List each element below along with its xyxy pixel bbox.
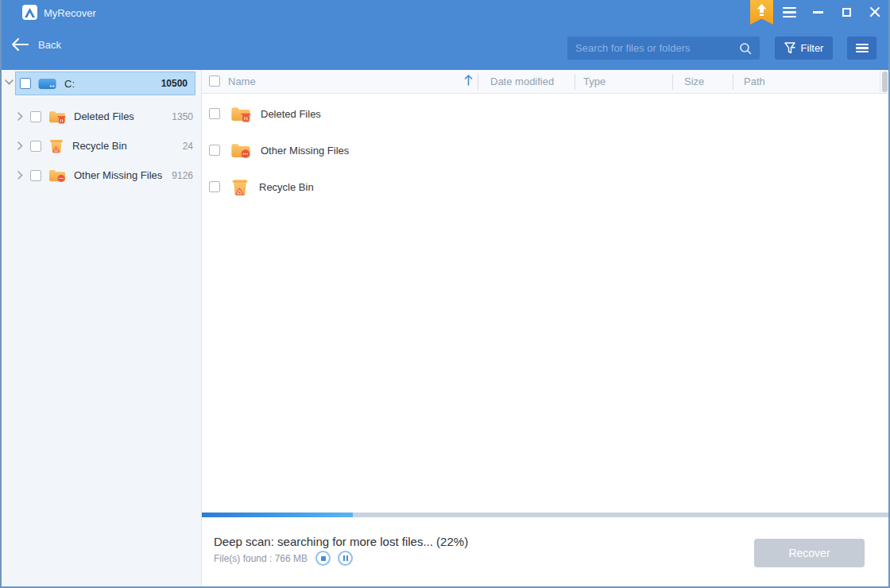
stop-scan-button[interactable] xyxy=(315,551,331,566)
chevron-right-icon[interactable] xyxy=(17,141,27,150)
scan-status-text: Deep scan: searching for more lost files… xyxy=(214,535,468,548)
maximize-icon xyxy=(842,8,851,17)
column-header-size[interactable]: Size xyxy=(684,75,704,87)
folder-deleted-icon xyxy=(230,106,251,122)
scrollbar-track xyxy=(880,70,880,94)
tree-item-deleted-files[interactable]: Deleted Files 1350 xyxy=(2,102,201,131)
upgrade-ribbon-button[interactable] xyxy=(750,0,773,25)
column-header-path[interactable]: Path xyxy=(744,75,765,87)
drive-icon xyxy=(38,77,56,91)
scrollbar-thumb[interactable] xyxy=(882,72,888,92)
search-input[interactable] xyxy=(575,42,739,54)
app-logo-icon xyxy=(22,5,37,20)
checkbox[interactable] xyxy=(209,181,220,192)
filter-label: Filter xyxy=(801,42,824,54)
hamburger-icon xyxy=(783,7,796,17)
tree-item-count: 9126 xyxy=(172,170,193,181)
minimize-icon xyxy=(813,11,823,13)
chevron-right-icon[interactable] xyxy=(17,112,27,121)
titlebar: MyRecover xyxy=(0,0,890,25)
column-separator xyxy=(575,74,575,90)
folder-missing-icon xyxy=(48,168,66,183)
back-button[interactable]: Back xyxy=(11,38,61,51)
upgrade-arrow-icon xyxy=(756,3,768,17)
tree-item-label: Recycle Bin xyxy=(72,140,127,152)
column-header-type[interactable]: Type xyxy=(583,75,606,87)
titlebar-menu-button[interactable] xyxy=(777,0,801,25)
checkbox[interactable] xyxy=(30,141,41,152)
table-row-recycle-bin[interactable]: Recycle Bin xyxy=(202,168,888,205)
file-name: Recycle Bin xyxy=(259,181,314,193)
minimize-button[interactable] xyxy=(806,0,830,25)
file-name: Deleted Files xyxy=(261,108,321,120)
table-row-deleted-files[interactable]: Deleted Files xyxy=(202,95,888,132)
table-header: Name Date modified Type Size Path xyxy=(202,70,888,94)
file-name: Other Missing Files xyxy=(261,145,349,157)
file-table: Name Date modified Type Size Path xyxy=(202,70,888,586)
app-window: MyRecover xyxy=(0,0,890,588)
checkbox[interactable] xyxy=(30,111,41,122)
filter-button[interactable]: Filter xyxy=(775,37,833,60)
column-separator xyxy=(478,74,478,90)
tree-item-recycle-bin[interactable]: Recycle Bin 24 xyxy=(2,131,201,161)
sidebar-tree: C: 10500 Deleted Files 1350 xyxy=(2,70,202,586)
tree-item-count: 10500 xyxy=(161,78,188,89)
search-icon xyxy=(739,42,752,55)
checkbox[interactable] xyxy=(30,170,41,181)
scan-progress-bar xyxy=(202,513,888,517)
tree-item-label: Other Missing Files xyxy=(74,169,162,181)
sort-ascending-icon[interactable] xyxy=(464,75,473,86)
close-icon xyxy=(869,7,880,18)
checkbox[interactable] xyxy=(209,108,220,119)
checkbox[interactable] xyxy=(209,145,220,156)
tree-item-c-drive[interactable]: C: 10500 xyxy=(15,72,195,95)
search-box[interactable] xyxy=(567,37,760,60)
tree-item-label: C: xyxy=(64,78,75,90)
chevron-down-icon[interactable] xyxy=(5,79,14,85)
recycle-bin-icon xyxy=(48,138,64,153)
toolbar-menu-button[interactable] xyxy=(847,37,876,60)
tree-item-count: 24 xyxy=(183,141,193,152)
pause-scan-button[interactable] xyxy=(338,551,353,566)
recycle-bin-icon xyxy=(230,178,250,196)
tree-item-other-missing-files[interactable]: Other Missing Files 9126 xyxy=(2,161,201,190)
filter-funnel-icon xyxy=(784,42,795,54)
tree-item-count: 1350 xyxy=(172,111,193,122)
back-label: Back xyxy=(38,39,61,51)
header: MyRecover xyxy=(0,0,890,70)
chevron-right-icon[interactable] xyxy=(17,171,27,180)
select-all-checkbox[interactable] xyxy=(209,75,220,87)
scan-progress-fill xyxy=(202,513,353,517)
table-row-other-missing-files[interactable]: Other Missing Files xyxy=(202,132,888,168)
column-separator xyxy=(672,74,673,90)
tree-item-label: Deleted Files xyxy=(74,110,134,122)
back-arrow-icon xyxy=(11,38,29,51)
column-header-date-modified[interactable]: Date modified xyxy=(490,75,554,87)
checkbox[interactable] xyxy=(20,78,31,89)
folder-missing-icon xyxy=(230,142,251,159)
recover-button[interactable]: Recover xyxy=(754,539,865,567)
close-button[interactable] xyxy=(863,0,887,25)
maximize-button[interactable] xyxy=(834,0,858,25)
pause-icon xyxy=(343,555,348,561)
app-title: MyRecover xyxy=(44,7,96,19)
hamburger-icon xyxy=(856,44,869,53)
column-header-name[interactable]: Name xyxy=(228,75,256,87)
folder-deleted-icon xyxy=(48,110,66,124)
stop-icon xyxy=(321,556,326,561)
column-separator xyxy=(733,74,733,90)
files-found-text: File(s) found : 766 MB xyxy=(214,553,308,564)
